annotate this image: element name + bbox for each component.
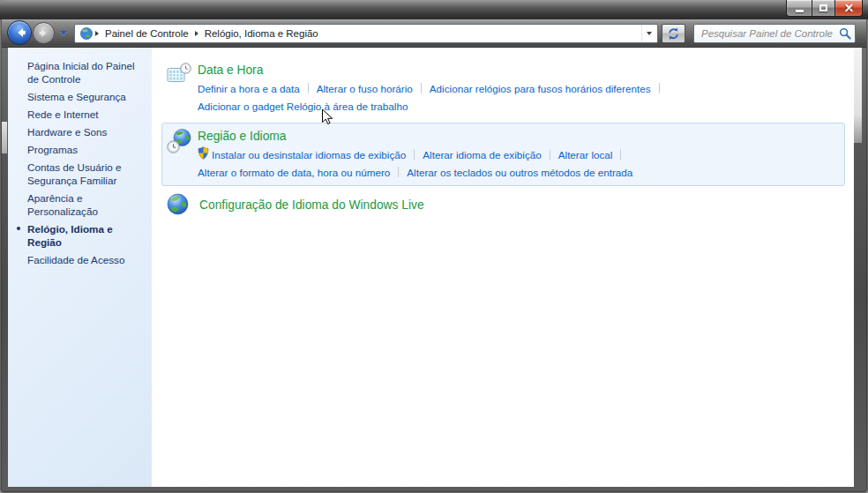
globe-clock-icon <box>167 129 191 153</box>
maximize-button[interactable] <box>812 0 835 17</box>
sidebar-item-user-accounts[interactable]: Contas de Usuário e Segurança Familiar <box>27 161 145 187</box>
refresh-button[interactable] <box>662 24 685 43</box>
link-add-clocks[interactable]: Adicionar relógios para fusos horários d… <box>430 82 651 93</box>
sidebar-item-ease-of-access[interactable]: Facilidade de Acesso <box>27 253 145 266</box>
group-date-time: Data e Hora Definir a hora e a dataAlter… <box>161 56 845 120</box>
link-change-keyboards-input-methods[interactable]: Alterar os teclados ou outros métodos de… <box>407 166 632 177</box>
control-panel-icon <box>79 26 94 41</box>
frame-reflection <box>854 48 862 143</box>
back-arrow-icon <box>8 20 31 45</box>
recent-pages-dropdown[interactable] <box>60 31 67 35</box>
calendar-clock-icon <box>167 63 191 87</box>
link-separator <box>398 167 399 177</box>
frame-reflection <box>2 122 7 153</box>
minimize-icon <box>796 10 804 12</box>
back-button[interactable] <box>7 20 32 45</box>
link-separator <box>308 83 309 93</box>
uac-shield-icon <box>198 146 209 160</box>
link-separator <box>620 149 621 160</box>
sidebar-item-hardware-sound[interactable]: Hardware e Sons <box>27 125 145 138</box>
sidebar-item-network-internet[interactable]: Rede e Internet <box>27 108 145 121</box>
breadcrumb-item-clock-language-region[interactable]: Relógio, Idioma e Região <box>200 28 323 39</box>
forward-arrow-icon <box>34 22 54 44</box>
refresh-icon <box>666 27 681 41</box>
close-button[interactable] <box>835 0 863 17</box>
caption-buttons <box>786 0 863 17</box>
group-title-windows-live-language[interactable]: Configuração de Idioma do Windows Live <box>199 198 424 212</box>
active-item-bullet <box>17 227 20 230</box>
address-bar[interactable]: Painel de Controle Relógio, Idioma e Reg… <box>74 24 658 43</box>
link-set-time-and-date[interactable]: Definir a hora e a data <box>198 82 300 93</box>
breadcrumb-item-control-panel[interactable]: Painel de Controle <box>101 28 193 39</box>
close-icon <box>844 4 854 13</box>
address-dropdown-button[interactable] <box>641 25 655 42</box>
sidebar-item-appearance[interactable]: Aparência e Personalização <box>27 191 145 218</box>
group-title-region-language[interactable]: Região e Idioma <box>198 130 286 143</box>
group-region-language: Região e Idioma Instalar ou desinstalar … <box>161 123 845 186</box>
forward-button[interactable] <box>33 22 55 44</box>
sidebar-item-system-security[interactable]: Sistema e Segurança <box>27 90 145 103</box>
link-line: Definir a hora e a dataAlterar o fuso ho… <box>198 79 837 95</box>
sidebar-item-programs[interactable]: Programas <box>27 143 145 156</box>
explorer-window: Painel de Controle Relógio, Idioma e Reg… <box>0 0 868 493</box>
client-area: Página Inicial do Painel de Controle Sis… <box>8 48 854 487</box>
globe-icon <box>167 193 189 215</box>
group-windows-live-language: Configuração de Idioma do Windows Live <box>161 189 845 221</box>
link-change-display-language[interactable]: Alterar idioma de exibição <box>423 148 541 160</box>
link-install-display-languages[interactable]: Instalar ou desinstalar idiomas de exibi… <box>198 148 406 160</box>
link-change-date-time-number-formats[interactable]: Alterar o formato de data, hora ou númer… <box>198 166 390 177</box>
link-line: Instalar ou desinstalar idiomas de exibi… <box>198 146 837 161</box>
link-line: Adicionar o gadget Relógio à área de tra… <box>198 97 837 113</box>
breadcrumb-separator <box>195 31 198 36</box>
link-change-time-zone[interactable]: Alterar o fuso horário <box>317 82 413 93</box>
maximize-icon <box>819 4 827 11</box>
link-separator <box>659 83 660 93</box>
link-line: Alterar o formato de data, hora ou númer… <box>198 163 837 179</box>
group-title-date-time[interactable]: Data e Hora <box>198 63 263 77</box>
chevron-down-icon <box>647 32 652 35</box>
sidebar-item-home[interactable]: Página Inicial do Painel de Controle <box>27 59 145 86</box>
title-bar[interactable] <box>0 0 868 19</box>
search-input[interactable] <box>700 27 839 40</box>
link-separator <box>550 149 550 160</box>
breadcrumb-separator <box>95 31 99 36</box>
sidebar: Página Inicial do Painel de Controle Sis… <box>8 48 152 487</box>
link-change-location[interactable]: Alterar local <box>558 148 613 160</box>
sidebar-item-clock-language-region[interactable]: Relógio, Idioma e Região <box>27 222 145 249</box>
minimize-button[interactable] <box>786 0 812 17</box>
search-icon[interactable] <box>839 27 851 40</box>
main-content: Data e Hora Definir a hora e a dataAlter… <box>152 48 854 487</box>
link-separator <box>421 83 422 93</box>
link-separator <box>414 149 415 160</box>
link-add-clock-gadget[interactable]: Adicionar o gadget Relógio à área de tra… <box>198 100 408 111</box>
navigation-bar: Painel de Controle Relógio, Idioma e Reg… <box>2 19 866 48</box>
search-box <box>693 24 856 43</box>
